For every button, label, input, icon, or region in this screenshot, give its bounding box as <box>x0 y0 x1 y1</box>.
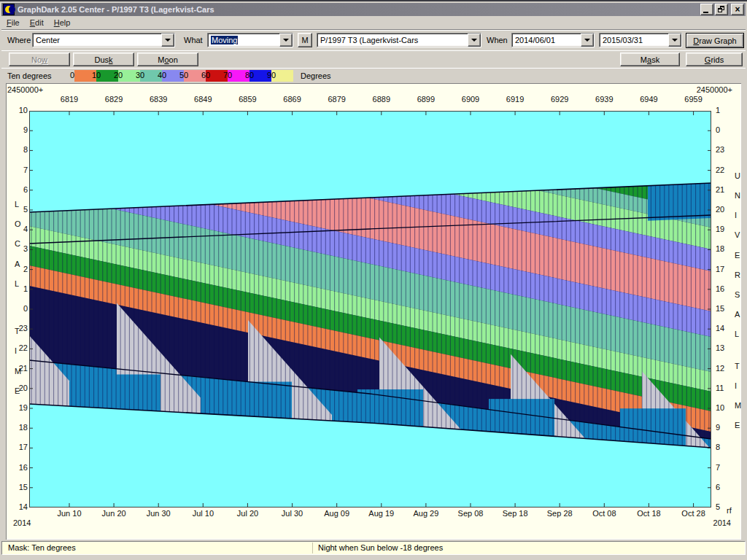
right-axis-word-universal: R <box>735 271 740 279</box>
right-axis-tick: 20 <box>716 205 730 214</box>
right-axis-tick: 13 <box>716 343 730 352</box>
left-axis-tick: 16 <box>10 463 28 472</box>
visibility-chart[interactable] <box>29 111 711 508</box>
left-axis-tick: 0 <box>10 304 28 313</box>
bottom-axis-tick: Jul 30 <box>282 509 303 518</box>
right-axis-tick: 17 <box>716 265 730 273</box>
left-axis-word-time: E <box>15 386 20 395</box>
menu-item-help[interactable]: Help <box>49 17 76 28</box>
legend-swatch-label: 90 <box>267 71 276 79</box>
left-axis-word-time: M <box>15 367 21 376</box>
bottom-axis-tick: Oct 08 <box>592 509 616 518</box>
right-axis-word-universal: I <box>735 211 737 219</box>
left-axis-word-local: A <box>15 260 20 268</box>
status-bar: Mask: Ten degrees Night when Sun below -… <box>1 541 746 555</box>
top-axis-tick: 6939 <box>595 95 613 104</box>
left-axis-tick: 14 <box>10 502 28 511</box>
restore-icon <box>718 6 724 12</box>
top-axis-tick: 6949 <box>640 95 657 104</box>
left-axis-tick: 8 <box>10 145 28 154</box>
when-label: When <box>487 36 508 44</box>
bottom-axis-tick: Sep 28 <box>547 509 573 518</box>
top-axis-tick: 6829 <box>105 95 123 104</box>
right-axis-tick: 5 <box>716 502 730 511</box>
restore-button[interactable] <box>715 4 728 15</box>
left-axis-tick: 22 <box>10 343 28 352</box>
right-axis-tick: 7 <box>716 463 730 472</box>
date-to-value: 2015/03/31 <box>603 36 668 44</box>
object-combobox[interactable]: P/1997 T3 (Lagerkvist-Cars <box>317 33 481 47</box>
top-axis-tick: 6859 <box>239 95 256 104</box>
toolbar-actions: Now Dusk Moon Mask Grids <box>1 50 746 69</box>
legend-swatch-90: 90 <box>271 70 293 82</box>
right-axis-tick: 0 <box>716 125 730 134</box>
date-from-dropdown-button[interactable] <box>581 34 594 47</box>
legend-swatch-label: 20 <box>114 71 123 79</box>
now-button[interactable]: Now <box>9 52 70 66</box>
legend-swatch-label: 10 <box>92 71 101 79</box>
status-night-text: Night when Sun below -18 degrees <box>318 543 443 552</box>
moon-button[interactable]: Moon <box>137 52 198 66</box>
right-axis-tick: 16 <box>716 284 730 293</box>
right-axis-tick: 21 <box>716 185 730 194</box>
right-axis-tick: 15 <box>716 304 730 313</box>
legend-swatch-label: 50 <box>179 71 188 79</box>
top-axis-tick: 6929 <box>551 95 568 104</box>
where-label: Where <box>7 36 31 44</box>
right-axis-tick: 8 <box>716 443 730 451</box>
right-axis-word-universal: L <box>735 330 739 338</box>
close-icon: × <box>735 6 740 13</box>
legend-swatch-label: 80 <box>245 71 254 79</box>
draw-graph-button[interactable]: Draw Graph <box>686 33 744 48</box>
left-axis-word-local: O <box>15 219 21 228</box>
right-axis-word-time: E <box>735 421 740 429</box>
minimize-button[interactable] <box>700 4 713 15</box>
object-dropdown-button[interactable] <box>468 34 481 47</box>
where-dropdown-button[interactable] <box>161 34 174 47</box>
date-to-picker[interactable]: 2015/03/31 <box>599 33 682 47</box>
left-axis-tick: 15 <box>10 483 28 491</box>
legend-swatch-label: 0 <box>70 71 74 79</box>
status-mask-text: Mask: Ten degrees <box>8 543 76 552</box>
right-axis-word-time: M <box>735 401 741 410</box>
chevron-down-icon <box>471 39 477 42</box>
right-axis-word-universal: S <box>735 290 740 299</box>
left-axis-tick: 18 <box>10 423 28 432</box>
chart-panel: 2450000+ 2450000+ 2014 2014 rf 681968296… <box>6 83 741 540</box>
right-axis-tick: 18 <box>716 244 730 253</box>
app-moon-icon[interactable] <box>3 4 15 15</box>
legend-swatch-label: 30 <box>136 71 144 79</box>
grids-button[interactable]: Grids <box>686 52 743 66</box>
right-axis-tick: 1 <box>716 106 730 114</box>
mask-button[interactable]: Mask <box>620 52 680 66</box>
object-value: P/1997 T3 (Lagerkvist-Cars <box>320 36 468 44</box>
right-axis-tick: 11 <box>716 384 730 392</box>
bottom-axis-tick: Aug 19 <box>368 509 394 518</box>
right-axis-word-universal: A <box>735 310 740 319</box>
right-axis-word-time: I <box>735 381 737 390</box>
right-axis-tick: 6 <box>716 483 730 491</box>
m-button[interactable]: M <box>298 33 312 47</box>
date-to-dropdown-button[interactable] <box>668 34 681 47</box>
chevron-down-icon <box>584 39 590 42</box>
menu-item-file[interactable]: File <box>1 17 25 28</box>
left-axis-word-local: L <box>15 200 19 209</box>
what-label: What <box>184 36 203 44</box>
where-combobox[interactable]: Center <box>32 33 175 47</box>
right-axis-tick: 12 <box>716 364 730 373</box>
close-button[interactable]: × <box>731 4 744 15</box>
date-from-picker[interactable]: 2014/06/01 <box>511 33 595 47</box>
date-from-value: 2014/06/01 <box>515 36 581 44</box>
left-axis-word-time: I <box>15 346 17 355</box>
top-axis-tick: 6869 <box>283 95 301 104</box>
bottom-axis-tick: Oct 18 <box>637 509 660 518</box>
what-combobox[interactable]: Moving <box>207 33 293 47</box>
right-axis-tick: 14 <box>716 324 730 332</box>
where-value: Center <box>36 36 161 44</box>
title-bar: GraphDark 2.05 Center - P/1997 T3 (Lager… <box>1 3 746 16</box>
menu-item-edit[interactable]: Edit <box>25 17 49 28</box>
dusk-button[interactable]: Dusk <box>73 52 134 66</box>
bottom-axis-tick: Oct 28 <box>681 509 705 518</box>
right-axis-tick: 23 <box>716 145 730 154</box>
what-dropdown-button[interactable] <box>279 34 293 47</box>
